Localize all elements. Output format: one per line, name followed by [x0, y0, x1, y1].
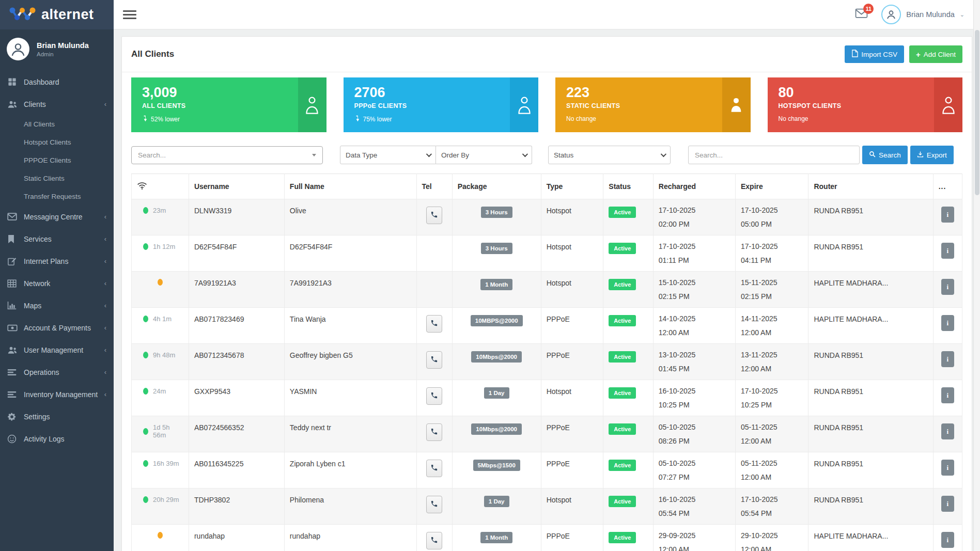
sidebar-subitem-all-clients[interactable]: All Clients [0, 115, 114, 133]
column-header-type: Type [541, 174, 603, 199]
sidebar-item-inventory-management[interactable]: Inventory Management‹ [0, 383, 114, 405]
call-button[interactable] [426, 496, 442, 513]
stat-card-pppoe-clients[interactable]: 2706 PPPoE CLIENTS 75% lower [344, 77, 539, 132]
dropdown-arrow-icon [312, 154, 316, 156]
expire-cell: 05-11-2025 12:00 AM [735, 452, 808, 489]
sidebar-item-settings[interactable]: Settings [0, 405, 114, 428]
sidebar-item-internet-plans[interactable]: Internet Plans‹ [0, 250, 114, 272]
call-button[interactable] [426, 423, 442, 441]
column-header-status: Status [603, 174, 653, 199]
type-cell: Hotspot [541, 272, 603, 308]
recharged-cell: 13-10-2025 01:45 PM [653, 344, 735, 380]
connection-status-dot [158, 279, 163, 286]
router-cell: RUNDA RB951 [808, 344, 933, 380]
uptime: 4h 1m [153, 315, 172, 323]
import-csv-button[interactable]: Import CSV [845, 45, 904, 63]
status-badge: Active [609, 243, 636, 254]
call-button[interactable] [426, 207, 442, 224]
sidebar-item-services[interactable]: Services‹ [0, 228, 114, 250]
row-details-button[interactable]: i [941, 387, 954, 403]
call-button[interactable] [426, 532, 442, 549]
uptime: 1d 5h 56m [153, 423, 183, 439]
sidebar-subitem-hotspot-clients[interactable]: Hotspot Clients [0, 133, 114, 151]
row-details-button[interactable]: i [941, 207, 954, 223]
brand-logo[interactable]: alternet [0, 0, 114, 29]
router-cell: RUNDA RB951 [808, 235, 933, 272]
recharged-cell: 15-10-2025 02:15 PM [653, 272, 735, 308]
call-button[interactable] [426, 387, 442, 405]
stat-label: HOTSPOT CLIENTS [779, 102, 935, 109]
sidebar-item-activity-logs[interactable]: Activity Logs [0, 428, 114, 450]
package-badge: 10MBPS@2000 [471, 315, 523, 326]
sidebar-item-network[interactable]: Network‹ [0, 272, 114, 294]
status-select[interactable]: Status [548, 146, 671, 164]
table-row: 24m GXXP9543 YASMIN 1 Day Hotspot Active… [132, 380, 962, 416]
search-icon [869, 151, 876, 159]
recharged-cell: 05-10-2025 08:26 PM [653, 416, 735, 452]
messages-button[interactable]: 11 [855, 8, 868, 21]
search-select[interactable]: Search... [131, 146, 323, 164]
stat-card-all-clients[interactable]: 3,009 ALL CLIENTS 52% lower [131, 77, 326, 132]
sidebar-subitem-transfer-requests[interactable]: Transfer Requests [0, 187, 114, 206]
type-cell: PPPoE [541, 308, 603, 344]
search-button[interactable]: Search [862, 146, 908, 164]
package-badge: 10Mbps@2000 [471, 351, 522, 363]
stat-card-static-clients[interactable]: 223 STATIC CLIENTS No change [555, 77, 751, 132]
row-details-button[interactable]: i [941, 315, 954, 331]
type-cell: Hotspot [541, 199, 603, 235]
sidebar-item-operations[interactable]: Operations‹ [0, 361, 114, 383]
row-details-button[interactable]: i [941, 460, 954, 476]
user-menu[interactable]: Brian Mulunda ⌄ [881, 5, 965, 24]
sidebar-item-account-payments[interactable]: Account & Payments‹ [0, 317, 114, 339]
connection-status-dot [143, 352, 148, 358]
phone-icon [430, 464, 438, 473]
type-cell: Hotspot [541, 235, 603, 272]
type-cell: PPPoE [541, 416, 603, 452]
person-outline-icon [934, 77, 962, 132]
search-input[interactable] [688, 146, 860, 164]
connection-status-dot [143, 316, 148, 322]
sidebar-subitem-static-clients[interactable]: Static Clients [0, 169, 114, 187]
chevron-left-icon: ‹ [104, 279, 106, 287]
recharged-cell: 05-10-2025 07:27 PM [653, 452, 735, 489]
call-button[interactable] [426, 351, 442, 369]
call-button[interactable] [426, 460, 442, 477]
full-name-cell: rundahap [284, 525, 416, 551]
gear-icon [7, 412, 24, 421]
chevron-left-icon: ‹ [104, 257, 106, 265]
sidebar-item-user-management[interactable]: User Management‹ [0, 339, 114, 361]
row-details-button[interactable]: i [941, 532, 954, 548]
expire-cell: 17-10-2025 04:11 PM [735, 235, 808, 272]
menu-toggle-icon[interactable] [123, 8, 136, 21]
row-details-button[interactable]: i [941, 351, 954, 367]
sidebar-user-block: Brian Mulunda Admin [0, 29, 114, 68]
table-row: 16h 39m AB0116345225 Ziporah Lyben c1 5M… [132, 452, 962, 489]
sidebar-item-clients[interactable]: Clients‹ [0, 93, 114, 115]
sidebar-item-dashboard[interactable]: Dashboard [0, 71, 114, 93]
column-header-recharged: Recharged [653, 174, 735, 199]
export-button[interactable]: Export [910, 146, 954, 164]
row-details-button[interactable]: i [941, 496, 954, 512]
users-icon [7, 345, 24, 355]
sidebar-subitem-pppoe-clients[interactable]: PPPOE Clients [0, 151, 114, 169]
data-type-select[interactable]: Data Type [340, 146, 436, 164]
stat-card-hotspot-clients[interactable]: 80 HOTSPOT CLIENTS No change [768, 77, 963, 132]
chevron-down-icon [661, 151, 666, 157]
call-button[interactable] [426, 315, 442, 333]
row-details-button[interactable]: i [941, 423, 954, 439]
phone-icon [430, 391, 438, 401]
order-by-select[interactable]: Order By [436, 146, 532, 164]
row-details-button[interactable]: i [941, 243, 954, 259]
sidebar-item-maps[interactable]: Maps‹ [0, 294, 114, 317]
connection-status-dot [143, 207, 148, 214]
type-cell: PPPoE [541, 525, 603, 551]
row-details-button[interactable]: i [941, 279, 954, 295]
page-scrollbar[interactable] [973, 0, 980, 551]
person-filled-icon [722, 77, 751, 132]
uptime: 23m [153, 207, 166, 214]
router-cell: RUNDA RB951 [808, 489, 933, 525]
add-client-button[interactable]: + Add Client [909, 45, 962, 63]
sidebar-item-messaging-centre[interactable]: Messaging Centre‹ [0, 206, 114, 228]
money-icon [7, 324, 24, 332]
sidebar-user-name: Brian Mulunda [37, 41, 89, 50]
